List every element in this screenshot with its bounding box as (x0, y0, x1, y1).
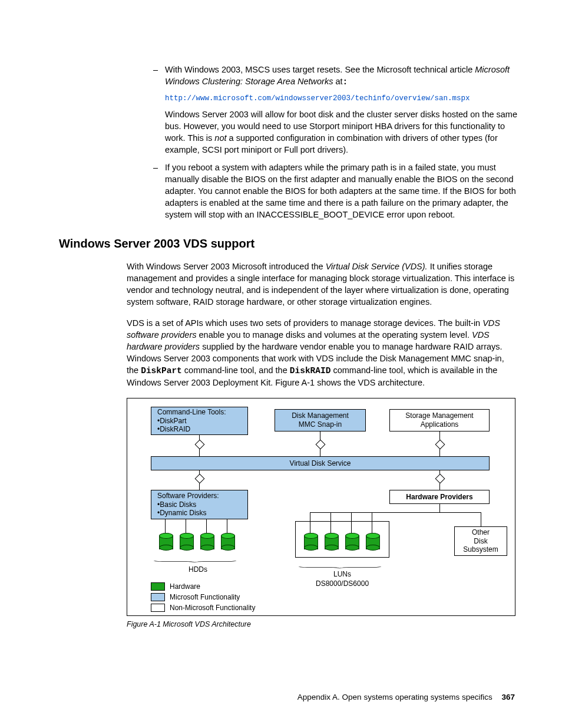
box-swprov: Software Providers: •Basic Disks •Dynami… (151, 490, 248, 519)
bullet1-text-b: at (335, 77, 342, 86)
ds-label: DS8000/DS6000 (316, 579, 369, 589)
page-number: 367 (501, 693, 515, 701)
vds-para2: VDS is a set of APIs which uses two sets… (127, 317, 517, 388)
vds-architecture-diagram: Command-Line Tools: •DiskPart •DiskRAID … (127, 398, 515, 616)
box-other: Other Disk Subsystem (454, 526, 507, 556)
box-hwprov: Hardware Providers (389, 490, 490, 504)
p2m2: DiskRAID (290, 366, 331, 375)
hwprov-text: Hardware Providers (406, 493, 472, 501)
storagemgmt-text: Storage Management Applications (405, 411, 473, 429)
p2m1: DiskPart (141, 366, 182, 375)
vds-para1: With Windows Server 2003 Microsoft intro… (127, 261, 517, 308)
diskmgmt-text: Disk Management MMC Snap-in (292, 411, 349, 429)
other-text: Other Disk Subsystem (463, 528, 498, 554)
box-vds: Virtual Disk Service (151, 456, 490, 470)
page-footer: Appendix A. Open systems operating syste… (0, 692, 562, 703)
section-heading: Windows Server 2003 VDS support (59, 236, 517, 252)
p2d: command-line tool, and the (182, 365, 290, 375)
dash-1: – (153, 64, 158, 75)
swprov-text: Software Providers: •Basic Disks •Dynami… (157, 492, 219, 517)
box-cmdline: Command-Line Tools: •DiskPart •DiskRAID (151, 407, 248, 435)
bullet2-text: If you reboot a system with adapters whi… (165, 163, 516, 219)
luns-label: LUNs (333, 569, 351, 579)
cmdline-text: Command-Line Tools: •DiskPart •DiskRAID (157, 408, 226, 433)
hdds-label: HDDs (189, 565, 207, 575)
bullet1-text-a: With Windows 2003, MSCS uses target rese… (165, 65, 475, 74)
p1a: With Windows Server 2003 Microsoft intro… (127, 262, 326, 271)
p2a: VDS is a set of APIs which uses two sets… (127, 318, 482, 328)
footer-text: Appendix A. Open systems operating syste… (297, 693, 492, 701)
box-diskmgmt: Disk Management MMC Snap-in (275, 409, 366, 431)
legend-ms: Microsoft Functionality (170, 592, 240, 602)
vds-text: Virtual Disk Service (290, 459, 351, 467)
box-storagemgmt: Storage Management Applications (389, 409, 490, 431)
not-word: not (214, 133, 226, 143)
figure-caption: Figure A-1 Microsoft VDS Architecture (127, 620, 517, 630)
url-link[interactable]: http://www.microsoft.com/windowsserver20… (165, 94, 517, 104)
dash-2: – (153, 162, 158, 173)
p2b: enable you to manage disks and volumes a… (196, 330, 472, 340)
bullet-item-2: – If you reboot a system with adapters w… (153, 162, 517, 220)
legend-hw: Hardware (170, 582, 200, 592)
legend-nonms: Non-Microsoft Functionality (170, 603, 255, 613)
p1i1: Virtual Disk Service (VDS). (326, 262, 428, 271)
bullet1-para2: Windows Server 2003 will allow for boot … (165, 108, 517, 156)
bullet-item-1: – With Windows 2003, MSCS uses target re… (153, 64, 517, 88)
